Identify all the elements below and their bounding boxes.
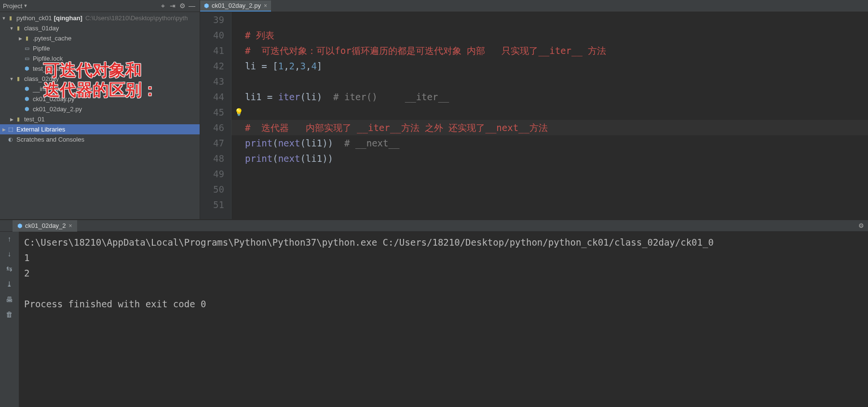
root-tag: [qinghan]	[54, 14, 82, 22]
close-icon[interactable]: ×	[69, 223, 72, 229]
project-header: Project ▼ ⌖ ⇥ ⚙ —	[0, 0, 200, 12]
tree-node[interactable]: ▶▮.pytest_cache	[0, 33, 200, 43]
tree-node[interactable]: ▶▭Pipfile.lock	[0, 53, 200, 64]
close-icon[interactable]: ×	[264, 2, 267, 9]
gear-icon[interactable]: ⚙	[858, 222, 864, 229]
tree-label: test_01day.py	[33, 65, 71, 72]
soft-wrap-icon[interactable]: ⇆	[6, 264, 13, 273]
rerun-up-icon[interactable]: ↑	[8, 235, 12, 243]
chevron-right-icon[interactable]: ▶	[1, 127, 7, 132]
chevron-right-icon[interactable]: ▶	[17, 36, 23, 41]
tree-label: Pipfile.lock	[33, 55, 63, 62]
chevron-down-icon[interactable]: ▼	[1, 16, 7, 21]
tree-label: Pipfile	[33, 45, 50, 52]
chevron-down-icon[interactable]: ▼	[9, 26, 14, 31]
code-line: # 列表	[231, 27, 868, 43]
editor-tab-active[interactable]: ⬢ ck01_02day_2.py ×	[200, 0, 271, 12]
project-panel: Project ▼ ⌖ ⇥ ⚙ — ▼ ▮ python_ck01 [qingh…	[0, 0, 200, 219]
gutter-line: 44	[200, 89, 224, 105]
code-editor[interactable]: 39404142434445464748495051 # 列表 # 可迭代对象：…	[200, 12, 868, 219]
intention-bulb-icon[interactable]: 💡	[234, 105, 244, 120]
run-tab-name: ck01_02day_2	[25, 222, 66, 229]
gutter-line: 42	[200, 58, 224, 74]
code-line	[231, 166, 868, 182]
folder-icon: ▮	[14, 116, 22, 123]
chevron-down-icon[interactable]: ▼	[9, 77, 14, 81]
gutter-line: 45	[200, 105, 224, 120]
tree-node[interactable]: ▼▮class_02day	[0, 74, 200, 84]
run-panel: ⬢ ck01_02day_2 × ⚙ ↑ ↓ ⇆ ⤓ 🖶 🗑 C:\Users\…	[0, 219, 868, 407]
tree-node[interactable]: ▶⬢ck01_02day.py	[0, 94, 200, 104]
code-line: li = [1,2,3,4]	[231, 58, 868, 74]
tree-node[interactable]: ▶⬢__init__.py	[0, 84, 200, 94]
folder-icon: ▮	[14, 25, 22, 32]
locate-icon[interactable]: ⌖	[158, 2, 168, 10]
tree-node[interactable]: ▶◐Scratches and Consoles	[0, 134, 200, 144]
gutter-line: 49	[200, 166, 224, 182]
project-title[interactable]: Project	[3, 2, 22, 10]
tree-label: test_01	[24, 116, 45, 123]
tree-node[interactable]: ▶▮test_01	[0, 114, 200, 124]
tree-node[interactable]: ▶⬢ck01_02day_2.py	[0, 104, 200, 114]
tree-node[interactable]: ▶⬢test_01day.py	[0, 64, 200, 74]
root-name: python_ck01	[16, 14, 52, 22]
gutter-line: 47	[200, 135, 224, 151]
collapse-icon[interactable]: ⇥	[168, 2, 177, 10]
tree-node[interactable]: ▶▭Pipfile	[0, 43, 200, 53]
code-line: li1 = iter(li) # iter() __iter__	[231, 89, 868, 105]
gutter-line: 48	[200, 151, 224, 166]
code-line-current: # 迭代器 内部实现了 __iter__方法 之外 还实现了__next__方法	[231, 120, 868, 135]
scratch-icon: ◐	[7, 136, 14, 144]
tab-filename: ck01_02day_2.py	[212, 2, 261, 9]
tree-label: class_02day	[24, 75, 59, 82]
gutter-line: 39	[200, 12, 224, 27]
project-dropdown-icon[interactable]: ▼	[23, 3, 27, 8]
tree-label: ck01_02day.py	[33, 95, 75, 103]
hide-icon[interactable]: —	[187, 2, 197, 10]
rerun-down-icon[interactable]: ↓	[8, 249, 12, 258]
code-line: print(next(li1))	[231, 151, 868, 166]
gutter-line: 46	[200, 120, 224, 135]
code-line: 💡	[231, 105, 868, 120]
console-output[interactable]: C:\Users\18210\AppData\Local\Programs\Py…	[19, 232, 868, 407]
editor-area: ⬢ ck01_02day_2.py × 39404142434445464748…	[200, 0, 868, 219]
tree-label: .pytest_cache	[33, 35, 71, 42]
py-icon: ⬢	[23, 65, 31, 73]
tree-root[interactable]: ▼ ▮ python_ck01 [qinghan] C:\Users\18210…	[0, 13, 200, 23]
trash-icon[interactable]: 🗑	[6, 310, 13, 318]
tree-label: Scratches and Consoles	[16, 136, 84, 143]
tree-node[interactable]: ▼▮class_01day	[0, 23, 200, 33]
run-tab-active[interactable]: ⬢ ck01_02day_2 ×	[13, 220, 77, 232]
scroll-end-icon[interactable]: ⤓	[6, 280, 13, 289]
py-icon: ⬢	[23, 85, 31, 93]
lib-icon: ⬚	[7, 126, 14, 133]
editor-tabs: ⬢ ck01_02day_2.py ×	[200, 0, 868, 12]
tree-label: class_01day	[24, 25, 59, 32]
py-icon: ⬢	[23, 95, 31, 103]
run-toolbar: ↑ ↓ ⇆ ⤓ 🖶 🗑	[0, 232, 19, 407]
file-icon: ▭	[23, 45, 31, 53]
run-tabs: ⬢ ck01_02day_2 × ⚙	[0, 220, 868, 232]
code-line	[231, 197, 868, 212]
python-file-icon: ⬢	[17, 223, 22, 229]
gutter-line: 50	[200, 182, 224, 197]
code-body[interactable]: # 列表 # 可迭代对象：可以for循环遍历的都是可迭代对象 内部 只实现了__…	[231, 12, 868, 219]
gutter-line: 51	[200, 197, 224, 212]
code-line: print(next(li1)) # __next__	[231, 135, 868, 151]
python-file-icon: ⬢	[204, 2, 209, 9]
tree-label: ck01_02day_2.py	[33, 105, 82, 113]
project-tree[interactable]: ▼ ▮ python_ck01 [qinghan] C:\Users\18210…	[0, 12, 200, 219]
gutter-line: 41	[200, 43, 224, 58]
chevron-right-icon[interactable]: ▶	[9, 117, 14, 122]
settings-icon[interactable]: ⚙	[177, 2, 187, 10]
root-path: C:\Users\18210\Desktop\python\pyth	[85, 14, 188, 22]
folder-icon: ▮	[7, 14, 14, 22]
tree-label: External Libraries	[16, 126, 65, 133]
folder-icon: ▮	[14, 75, 22, 83]
print-icon[interactable]: 🖶	[6, 295, 13, 303]
code-line	[231, 74, 868, 89]
tree-node[interactable]: ▶⬚External Libraries	[0, 124, 200, 134]
code-line: # 可迭代对象：可以for循环遍历的都是可迭代对象 内部 只实现了__iter_…	[231, 43, 868, 58]
code-line	[231, 12, 868, 27]
folder-icon: ▮	[23, 35, 31, 42]
